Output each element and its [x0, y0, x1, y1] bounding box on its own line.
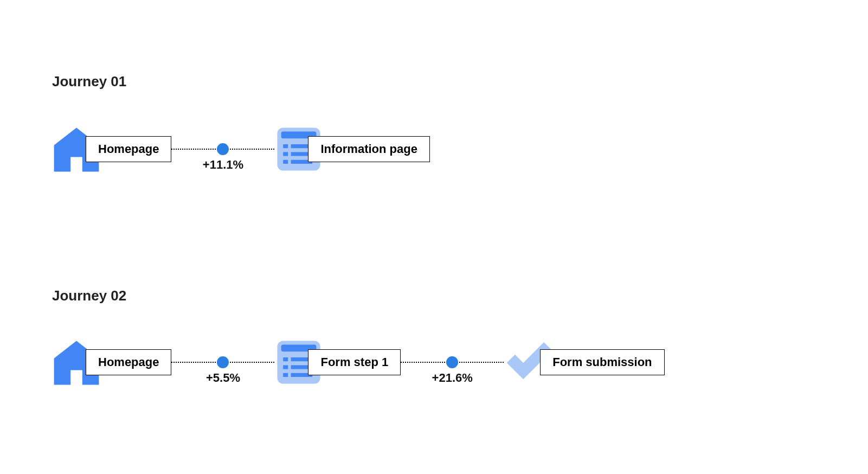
- connector-dot-icon: [217, 143, 229, 155]
- journey-1-step-2-label: Information page: [308, 136, 429, 162]
- journey-1-connector-1-metric: +11.1%: [203, 158, 243, 172]
- journey-title-1: Journey 01: [52, 73, 126, 90]
- journey-2-connector-2: +21.6%: [401, 335, 504, 389]
- journey-1-row: Homepage +11.1% Information page: [52, 122, 430, 176]
- svg-rect-12: [284, 357, 288, 361]
- journey-2-step-1-label: Homepage: [86, 349, 171, 375]
- svg-rect-7: [284, 160, 288, 164]
- journey-1-step-2: Information page: [274, 125, 429, 174]
- journey-2-connector-1-metric: +5.5%: [206, 371, 240, 385]
- journey-1-step-1: Homepage: [52, 125, 171, 174]
- journey-2-step-3: Form submission: [504, 338, 664, 387]
- svg-rect-3: [284, 144, 288, 148]
- svg-rect-14: [284, 365, 288, 369]
- journey-1-step-1-label: Homepage: [86, 136, 171, 162]
- journey-2-step-2-label: Form step 1: [308, 349, 401, 375]
- connector-dot-icon: [446, 356, 458, 368]
- connector-dot-icon: [217, 356, 229, 368]
- journey-2-connector-2-metric: +21.6%: [432, 371, 473, 385]
- journey-2-connector-1: +5.5%: [171, 335, 274, 389]
- journey-2-row: Homepage +5.5% Form step 1 +21.6%: [52, 335, 665, 389]
- journey-title-2: Journey 02: [52, 287, 126, 304]
- svg-rect-16: [284, 373, 288, 377]
- svg-rect-5: [284, 152, 288, 156]
- journey-1-connector-1: +11.1%: [171, 122, 274, 176]
- journey-2-step-2: Form step 1: [274, 338, 401, 387]
- journey-2-step-3-label: Form submission: [540, 349, 664, 375]
- journey-2-step-1: Homepage: [52, 338, 171, 387]
